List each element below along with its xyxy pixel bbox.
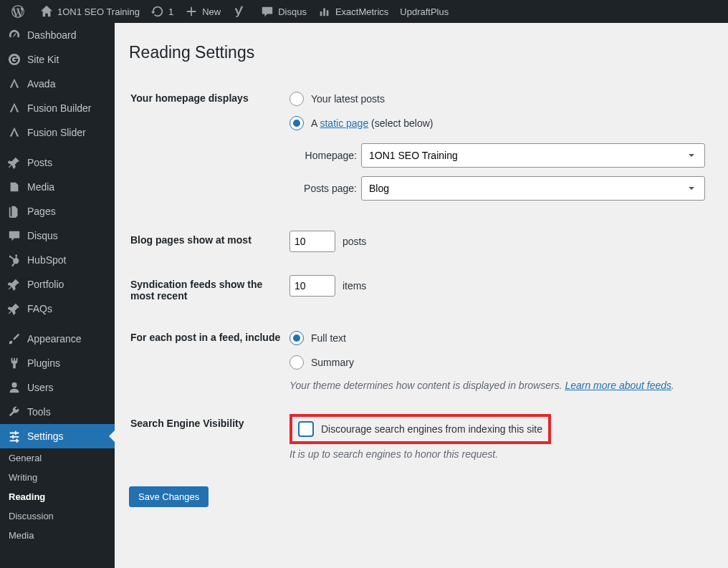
site-name-link[interactable]: 1ON1 SEO Training [34, 0, 145, 23]
pin-icon [7, 302, 21, 315]
exactmetrics-link[interactable]: ExactMetrics [312, 0, 394, 23]
media-icon [7, 180, 21, 193]
plus-icon [185, 5, 198, 18]
content-area: Reading Settings Your homepage displays … [115, 23, 728, 568]
sidebar-item-sitekit[interactable]: Site Kit [0, 47, 115, 72]
yoast-link[interactable] [226, 0, 255, 23]
sidebar-item-tools[interactable]: Tools [0, 400, 115, 424]
feed-note: Your theme determines how content is dis… [289, 380, 705, 391]
sidebar-item-fusion-slider[interactable]: Fusion Slider [0, 120, 115, 145]
radio-latest-posts-label: Your latest posts [311, 93, 385, 105]
yoast-icon [232, 5, 245, 18]
syndication-unit: items [343, 280, 366, 292]
comment-icon [261, 5, 274, 18]
sidebar-sub-discussion[interactable]: Discussion [0, 506, 115, 526]
sev-highlight: Discourage search engines from indexing … [289, 414, 551, 444]
wp-logo[interactable] [6, 0, 34, 23]
radio-latest-posts[interactable] [289, 92, 304, 106]
admin-sidebar: Dashboard Site Kit Avada Fusion Builder … [0, 23, 115, 568]
save-button[interactable]: Save Changes [129, 486, 209, 507]
sidebar-item-media[interactable]: Media [0, 175, 115, 199]
disqus-link[interactable]: Disqus [255, 0, 312, 23]
pin-icon [7, 156, 21, 169]
admin-bar: 1ON1 SEO Training 1 New Disqus ExactMetr… [0, 0, 728, 23]
sidebar-sub-media[interactable]: Media [0, 526, 115, 545]
homepage-select[interactable]: 1ON1 SEO Training [361, 143, 705, 168]
pages-icon [7, 205, 21, 218]
sidebar-label: Plugins [27, 357, 60, 369]
sidebar-item-pages[interactable]: Pages [0, 199, 115, 223]
sidebar-label: Media [27, 181, 54, 193]
blog-pages-label: Blog pages show at most [130, 220, 288, 263]
sidebar-label: Portfolio [27, 279, 64, 290]
sidebar-sub-reading[interactable]: Reading [0, 487, 115, 506]
sidebar-label: Dashboard [27, 29, 77, 41]
sidebar-item-hubspot[interactable]: HubSpot [0, 248, 115, 272]
sidebar-label: Site Kit [27, 54, 59, 65]
sidebar-item-dashboard[interactable]: Dashboard [0, 23, 115, 47]
updraft-link[interactable]: UpdraftPlus [394, 0, 454, 23]
sidebar-label: Settings [27, 430, 64, 442]
radio-static-page-label: A static page (select below) [311, 117, 433, 129]
homepage-select-label: Homepage: [289, 150, 357, 161]
sidebar-item-disqus[interactable]: Disqus [0, 223, 115, 248]
sidebar-label: Fusion Builder [27, 102, 92, 114]
posts-page-select[interactable]: Blog [361, 176, 705, 201]
radio-static-page[interactable] [289, 116, 304, 130]
page-title: Reading Settings [129, 43, 714, 62]
radio-summary[interactable] [289, 355, 304, 370]
sidebar-item-appearance[interactable]: Appearance [0, 327, 115, 351]
sidebar-item-posts[interactable]: Posts [0, 150, 115, 175]
updates-link[interactable]: 1 [145, 0, 179, 23]
sev-checkbox[interactable] [298, 421, 314, 437]
sidebar-label: Users [27, 382, 54, 393]
home-icon [40, 5, 53, 18]
radio-full-text-label: Full text [311, 332, 346, 344]
sidebar-sub-general[interactable]: General [0, 448, 115, 468]
chart-icon [318, 5, 331, 18]
fusion-builder-icon [7, 102, 21, 115]
plug-icon [7, 357, 21, 370]
new-text: New [202, 6, 221, 17]
posts-page-select-label: Posts page: [289, 183, 357, 194]
static-page-link[interactable]: static page [320, 117, 368, 129]
sliders-icon [7, 430, 21, 443]
syndication-input[interactable] [289, 275, 335, 297]
sev-note: It is up to search engines to honor this… [289, 448, 705, 460]
sidebar-label: Tools [27, 406, 51, 418]
sev-checkbox-label: Discourage search engines from indexing … [321, 423, 542, 435]
fusion-slider-icon [7, 126, 21, 139]
google-icon [7, 53, 21, 66]
sidebar-label: HubSpot [27, 254, 66, 266]
sidebar-label: Avada [27, 78, 55, 90]
blog-pages-input[interactable] [289, 231, 335, 252]
sidebar-label: Fusion Slider [27, 127, 86, 138]
brush-icon [7, 332, 21, 345]
comment-icon [7, 229, 21, 242]
sidebar-item-fusion-builder[interactable]: Fusion Builder [0, 96, 115, 120]
learn-more-feeds-link[interactable]: Learn more about feeds [565, 380, 671, 391]
sidebar-item-faqs[interactable]: FAQs [0, 297, 115, 321]
sev-label: Search Engine Visibility [130, 403, 288, 471]
blog-pages-unit: posts [343, 236, 366, 247]
radio-full-text[interactable] [289, 331, 304, 345]
sidebar-label: FAQs [27, 303, 52, 314]
update-icon [151, 5, 164, 18]
radio-summary-label: Summary [311, 357, 354, 368]
dashboard-icon [7, 29, 21, 42]
pin-icon [7, 278, 21, 291]
sidebar-label: Appearance [27, 333, 82, 345]
sidebar-item-portfolio[interactable]: Portfolio [0, 272, 115, 297]
user-icon [7, 381, 21, 394]
sidebar-item-avada[interactable]: Avada [0, 72, 115, 96]
sidebar-label: Posts [27, 157, 52, 168]
hubspot-icon [7, 254, 21, 266]
sidebar-item-settings[interactable]: Settings [0, 424, 115, 448]
sidebar-item-users[interactable]: Users [0, 375, 115, 400]
sidebar-item-plugins[interactable]: Plugins [0, 351, 115, 375]
sidebar-sub-writing[interactable]: Writing [0, 468, 115, 487]
exactmetrics-text: ExactMetrics [335, 6, 388, 17]
avada-icon [7, 77, 21, 90]
new-link[interactable]: New [179, 0, 226, 23]
disqus-text: Disqus [278, 6, 307, 17]
